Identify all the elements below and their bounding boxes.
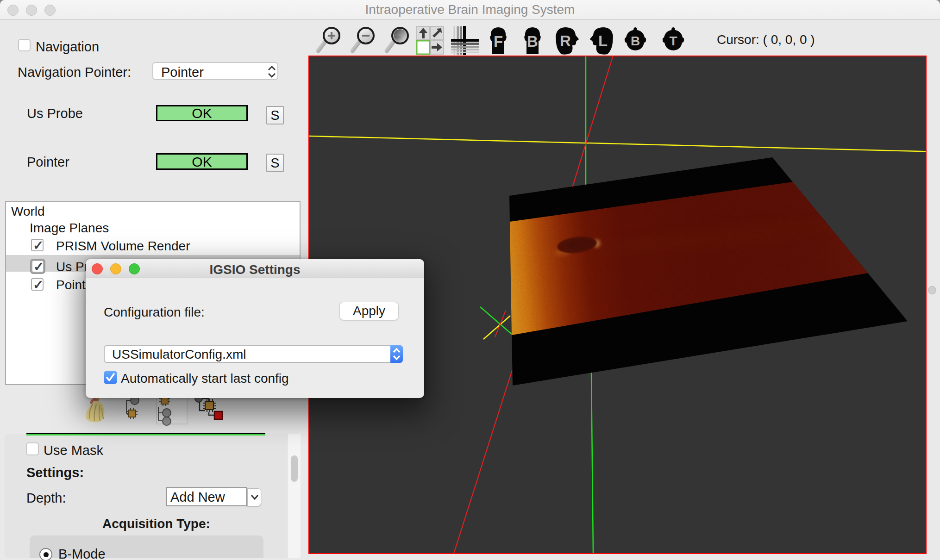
svg-text:T: T bbox=[669, 34, 677, 48]
svg-text:R: R bbox=[560, 32, 571, 50]
svg-text:F: F bbox=[494, 33, 503, 50]
svg-text:B: B bbox=[631, 34, 640, 48]
svg-text:L: L bbox=[598, 32, 608, 50]
svg-text:B: B bbox=[527, 33, 538, 50]
